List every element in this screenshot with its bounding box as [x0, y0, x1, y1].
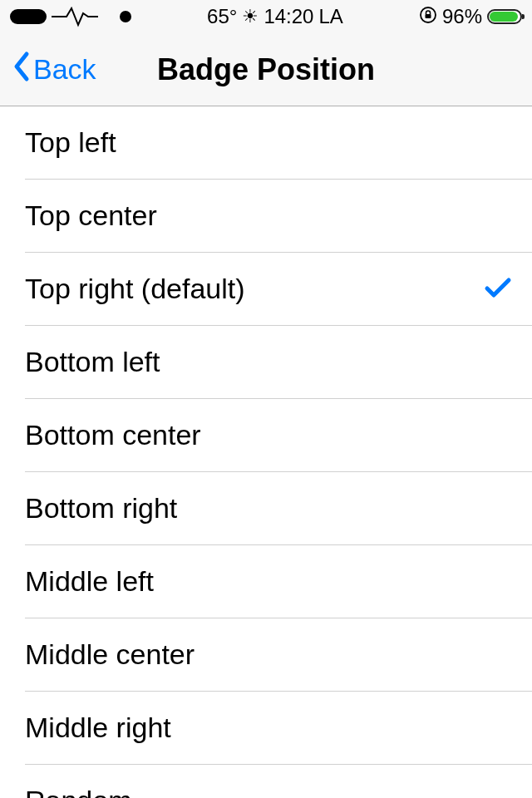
status-bar: 65° ☀ 14:20 LA 96% [0, 0, 532, 33]
option-label: Random [25, 785, 132, 798]
orientation-lock-icon [419, 6, 437, 28]
time: 14:20 [264, 5, 313, 28]
option-label: Middle left [25, 565, 154, 598]
status-left [10, 5, 131, 28]
option-row[interactable]: Bottom center [25, 399, 532, 472]
status-right: 96% [419, 5, 522, 28]
option-row[interactable]: Random [25, 765, 532, 798]
option-row[interactable]: Top center [25, 180, 532, 253]
option-label: Bottom center [25, 419, 201, 451]
option-row[interactable]: Middle left [25, 545, 532, 618]
option-label: Bottom right [25, 492, 177, 525]
option-label: Middle center [25, 638, 195, 671]
option-label: Top center [25, 200, 157, 232]
option-row[interactable]: Middle right [25, 692, 532, 765]
heartbeat-icon [52, 5, 115, 28]
battery-icon [487, 9, 522, 24]
battery-percent: 96% [442, 5, 482, 28]
checkmark-icon [484, 272, 512, 307]
option-label: Top left [25, 126, 116, 159]
option-row[interactable]: Top right (default) [25, 253, 532, 326]
option-label: Top right (default) [25, 273, 245, 305]
location: LA [318, 5, 342, 28]
chevron-left-icon [12, 51, 32, 89]
temperature: 65° [207, 5, 237, 28]
option-row[interactable]: Middle center [25, 618, 532, 692]
signal-dot [120, 11, 131, 22]
sun-icon: ☀ [242, 6, 259, 27]
back-label: Back [33, 53, 96, 86]
options-list: Top leftTop centerTop right (default)Bot… [0, 106, 532, 798]
back-button[interactable]: Back [12, 51, 96, 89]
option-label: Middle right [25, 712, 171, 744]
option-row[interactable]: Bottom left [25, 326, 532, 399]
svg-rect-1 [425, 14, 431, 18]
signal-indicator [10, 9, 47, 24]
option-row[interactable]: Top left [25, 106, 532, 180]
status-center: 65° ☀ 14:20 LA [207, 5, 343, 28]
option-row[interactable]: Bottom right [25, 472, 532, 545]
option-label: Bottom left [25, 346, 160, 378]
nav-bar: Back Badge Position [0, 33, 532, 106]
